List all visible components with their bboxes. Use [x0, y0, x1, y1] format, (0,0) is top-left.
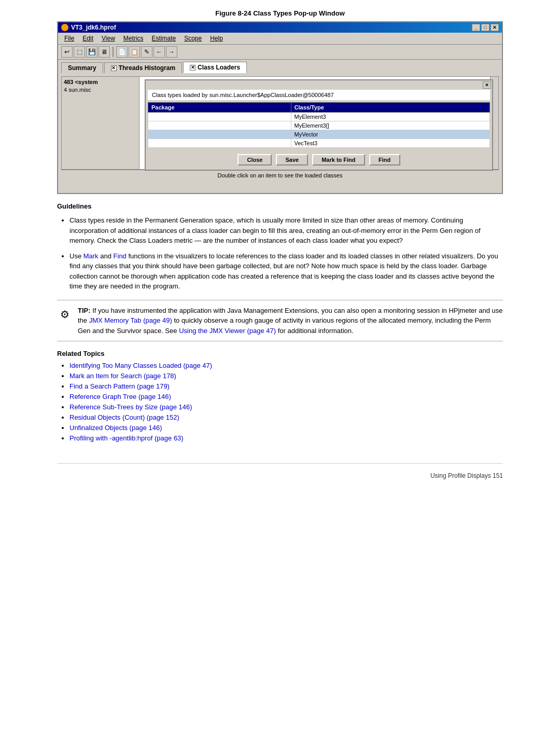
table-cell-package — [148, 113, 291, 121]
popup-title-bar: ✕ — [146, 80, 492, 90]
toolbar-paste[interactable]: 📋 — [129, 46, 140, 58]
toolbar-monitor[interactable]: 🖥 — [99, 46, 110, 58]
bottom-status: Double click on an item to see the loade… — [61, 170, 499, 181]
table-cell-classtype: MyVector — [291, 130, 489, 139]
tab-summary[interactable]: Summary — [61, 62, 103, 73]
close-button[interactable]: ✕ — [491, 24, 499, 31]
main-content: 483 <system 4 sun.misc ✕ Class types loa… — [58, 73, 502, 193]
related-topics-list: Identifying Too Many Classes Loaded (pag… — [57, 362, 503, 442]
class-loaders-checkbox[interactable]: ✕ — [190, 65, 195, 71]
related-link-1[interactable]: Identifying Too Many Classes Loaded (pag… — [69, 362, 212, 369]
toolbar-undo[interactable]: ↩ — [61, 46, 73, 58]
guideline-text-1: Class types reside in the Permanent Gene… — [69, 216, 481, 244]
menu-edit[interactable]: Edit — [78, 34, 97, 43]
minimize-button[interactable]: _ — [472, 24, 480, 31]
tip-content: TIP: If you have instrumented the applic… — [78, 306, 503, 336]
related-link-3[interactable]: Find a Search Pattern (page 179) — [69, 382, 170, 390]
left-panel-text-2: 4 sun.misc — [64, 87, 91, 93]
table-row-selected[interactable]: MyVector — [148, 130, 490, 139]
list-item: Reference Graph Tree (page 146) — [69, 393, 503, 400]
related-link-2[interactable]: Mark an Item for Search (page 178) — [69, 372, 176, 380]
left-panel-text-1: 483 <system — [64, 79, 98, 85]
left-panel-row-2: 4 sun.misc — [64, 87, 137, 93]
mark-link[interactable]: Mark — [83, 252, 99, 260]
content-area: Guidelines Class types reside in the Per… — [57, 194, 503, 453]
toolbar-copy[interactable]: ⬚ — [74, 46, 85, 58]
tab-summary-label: Summary — [68, 64, 96, 72]
related-topics: Related Topics Identifying Too Many Clas… — [57, 350, 503, 442]
popup-table: Package Class/Type MyElement3 My — [148, 102, 490, 148]
table-row[interactable]: MyElement3[] — [148, 121, 490, 130]
threads-histogram-checkbox[interactable]: ✕ — [111, 65, 117, 71]
bottom-padding — [61, 181, 499, 190]
list-item: Use Mark and Find functions in the visua… — [69, 251, 503, 292]
tip-text-3: for additional information. — [276, 327, 354, 335]
tab-threads-histogram-label: Threads Histogram — [119, 64, 175, 72]
related-link-4[interactable]: Reference Graph Tree (page 146) — [69, 393, 171, 400]
list-item: Class types reside in the Permanent Gene… — [69, 215, 503, 246]
restore-button[interactable]: □ — [481, 24, 489, 31]
title-controls[interactable]: _ □ ✕ — [472, 24, 499, 31]
popup-close-icon[interactable]: ✕ — [483, 81, 491, 89]
table-row[interactable]: VecTest3 — [148, 139, 490, 148]
col-header-classtype: Class/Type — [291, 103, 489, 113]
save-button[interactable]: Save — [276, 154, 308, 165]
list-item: Mark an Item for Search (page 178) — [69, 372, 503, 380]
related-link-7[interactable]: Unfinalized Objects (page 146) — [69, 424, 162, 432]
figure-caption: Figure 8-24 Class Types Pop-up Window — [0, 9, 560, 17]
toolbar-back[interactable]: ← — [153, 46, 165, 58]
page-footer: Using Profile Displays 151 — [57, 463, 503, 488]
menu-estimate[interactable]: Estimate — [148, 34, 180, 43]
toolbar: ↩ ⬚ 💾 🖥 📄 📋 ✎ ← → — [58, 45, 502, 60]
popup-header-text: Class types loaded by sun.misc.Launcher$… — [148, 90, 490, 100]
table-cell-classtype: VecTest3 — [291, 139, 489, 148]
menu-view[interactable]: View — [97, 34, 119, 43]
title-bar: VT3_jdk6.hprof _ □ ✕ — [58, 22, 502, 33]
close-button[interactable]: Close — [237, 154, 272, 165]
table-row[interactable]: MyElement3 — [148, 113, 490, 121]
menu-file[interactable]: File — [60, 34, 78, 43]
toolbar-forward[interactable]: → — [166, 46, 177, 58]
related-link-5[interactable]: Reference Sub-Trees by Size (page 146) — [69, 403, 192, 411]
related-link-8[interactable]: Profiling with -agentlib:hprof (page 63) — [69, 434, 184, 442]
jmx-viewer-link[interactable]: Using the JMX Viewer (page 47) — [179, 327, 276, 335]
col-header-package: Package — [148, 103, 291, 113]
mark-to-find-button[interactable]: Mark to Find — [312, 154, 365, 165]
menu-scope[interactable]: Scope — [180, 34, 206, 43]
menu-bar: File Edit View Metrics Estimate Scope He… — [58, 33, 502, 45]
panels-row: 483 <system 4 sun.misc ✕ Class types loa… — [61, 76, 499, 170]
menu-help[interactable]: Help — [206, 34, 227, 43]
table-cell-classtype: MyElement3 — [291, 113, 489, 121]
list-item: Residual Objects (Count) (page 152) — [69, 413, 503, 421]
application-window: VT3_jdk6.hprof _ □ ✕ File Edit View Metr… — [57, 21, 503, 194]
guidelines-list: Class types reside in the Permanent Gene… — [57, 215, 503, 292]
popup-buttons: Close Save Mark to Find Find — [146, 150, 492, 170]
toolbar-separator — [113, 47, 114, 57]
guidelines-title: Guidelines — [57, 202, 503, 210]
toolbar-edit[interactable]: ✎ — [141, 46, 152, 58]
window-title: VT3_jdk6.hprof — [71, 24, 116, 31]
right-panel: ✕ Class types loaded by sun.misc.Launche… — [139, 77, 498, 169]
related-link-6[interactable]: Residual Objects (Count) (page 152) — [69, 413, 179, 421]
list-item: Reference Sub-Trees by Size (page 146) — [69, 403, 503, 411]
toolbar-save[interactable]: 💾 — [86, 46, 97, 58]
jmx-memory-link[interactable]: JMX Memory Tab (page 49) — [89, 316, 172, 324]
tab-class-loaders-label: Class Loaders — [198, 64, 240, 71]
list-item: Find a Search Pattern (page 179) — [69, 382, 503, 390]
find-link[interactable]: Find — [114, 252, 127, 260]
left-panel-row-1: 483 <system — [64, 79, 137, 85]
popup-dialog: ✕ Class types loaded by sun.misc.Launche… — [145, 79, 493, 171]
app-icon — [61, 24, 68, 31]
find-button[interactable]: Find — [369, 154, 400, 165]
tip-box: ⚙ TIP: If you have instrumented the appl… — [57, 300, 503, 342]
tab-threads-histogram[interactable]: ✕ Threads Histogram — [104, 62, 182, 73]
tip-icon: ⚙ — [57, 307, 73, 336]
table-cell-package — [148, 130, 291, 139]
tab-class-loaders[interactable]: ✕ Class Loaders — [183, 62, 247, 73]
list-item: Profiling with -agentlib:hprof (page 63) — [69, 434, 503, 442]
left-panel: 483 <system 4 sun.misc — [62, 77, 139, 169]
title-bar-left: VT3_jdk6.hprof — [61, 24, 116, 31]
toolbar-open[interactable]: 📄 — [116, 46, 128, 58]
menu-metrics[interactable]: Metrics — [119, 34, 148, 43]
footer-text: Using Profile Displays 151 — [430, 472, 503, 479]
